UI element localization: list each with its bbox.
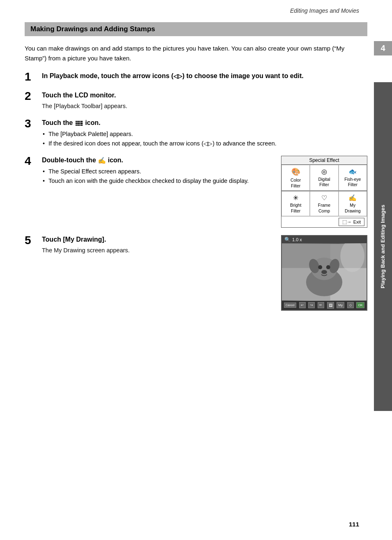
se-digital-filter-icon: ◎ bbox=[311, 168, 337, 175]
step-4-content: Double-touch the ✍ icon. The Special Eff… bbox=[42, 156, 367, 227]
arrow-icons-step1: ◁▷ bbox=[173, 73, 182, 79]
cam-stamp-btn[interactable]: 🖼 bbox=[327, 302, 334, 309]
camera-screen-panel: 🔍 1.0 x bbox=[281, 235, 367, 311]
step-2-body: The [Playback Toolbar] appears. bbox=[42, 102, 367, 111]
step-4-bullets: The Special Effect screen appears. Touch… bbox=[42, 167, 273, 186]
se-digital-filter-label: DigitalFilter bbox=[318, 177, 330, 187]
hand-draw-icon: ✍ bbox=[98, 157, 106, 164]
cam-my-btn[interactable]: My bbox=[337, 302, 344, 308]
se-bright-icon: ✳ bbox=[283, 194, 309, 202]
step-4-bullet-1: The Special Effect screen appears. bbox=[42, 167, 273, 176]
step-3-bullets: The [Playback Palette] appears. If the d… bbox=[42, 129, 367, 149]
step-1-content: In Playback mode, touch the arrow icons … bbox=[42, 72, 367, 82]
step-4-number: 4 bbox=[25, 155, 42, 168]
special-effect-title: Special Effect bbox=[281, 156, 367, 165]
se-color-filter-icon: 🎨 bbox=[283, 168, 309, 177]
sidebar-label: Playing Back and Editing Images bbox=[379, 205, 387, 288]
cam-diamond-btn[interactable]: ◇ bbox=[347, 302, 354, 308]
header-title: Editing Images and Movies bbox=[290, 7, 359, 14]
step-5-title: Touch [My Drawing]. bbox=[42, 235, 273, 244]
step-2-content: Touch the LCD monitor. The [Playback Too… bbox=[42, 91, 367, 111]
step-5: 5 Touch [My Drawing]. The My Drawing scr… bbox=[25, 235, 367, 311]
step-4-layout: Double-touch the ✍ icon. The Special Eff… bbox=[42, 156, 367, 227]
step-1: 1 In Playback mode, touch the arrow icon… bbox=[25, 72, 367, 83]
camera-image bbox=[282, 243, 367, 301]
cam-cancel-btn[interactable]: Cancel bbox=[284, 302, 296, 308]
chapter-number: 4 bbox=[374, 41, 392, 55]
cam-redo-btn[interactable]: ↪ bbox=[308, 302, 315, 308]
se-exit-button[interactable]: ⬚→ Exit bbox=[339, 218, 364, 226]
section-title-box: Making Drawings and Adding Stamps bbox=[25, 22, 367, 36]
camera-bottom-bar: Cancel ↩ ↪ ✏ 🖼 My ◇ OK bbox=[282, 301, 367, 310]
arrow-icons-step3: ◁▷ bbox=[203, 141, 212, 147]
step-4-text: Double-touch the ✍ icon. The Special Eff… bbox=[42, 156, 273, 186]
zoom-icon: 🔍 bbox=[284, 237, 291, 242]
step-3-content: Touch the icon. The bbox=[42, 118, 367, 148]
step-5-text: Touch [My Drawing]. The My Drawing scree… bbox=[42, 235, 273, 256]
special-effect-panel: Special Effect 🎨 ColorFilter ◎ DigitalFi… bbox=[281, 156, 367, 227]
step-2-number: 2 bbox=[25, 90, 42, 103]
se-grid-row2: ✳ BrightFilter ♡ FrameComp ✍ MyDrawing bbox=[281, 191, 367, 216]
chapter-sidebar: Playing Back and Editing Images bbox=[374, 82, 392, 411]
se-exit-row: ⬚→ Exit bbox=[281, 216, 367, 227]
page-header: Editing Images and Movies bbox=[0, 0, 392, 18]
step-1-title: In Playback mode, touch the arrow icons … bbox=[42, 72, 367, 81]
cam-undo-btn[interactable]: ↩ bbox=[299, 302, 306, 308]
camera-top-bar: 🔍 1.0 x bbox=[282, 236, 367, 243]
step-2-title: Touch the LCD monitor. bbox=[42, 91, 367, 100]
se-grid-row1: 🎨 ColorFilter ◎ DigitalFilter 🐟 Fish-eye… bbox=[281, 165, 367, 191]
se-exit-icon: ⬚→ bbox=[342, 219, 352, 225]
step-5-body: The My Drawing screen appears. bbox=[42, 246, 273, 255]
se-frame-icon: ♡ bbox=[311, 194, 337, 202]
step-4-title: Double-touch the ✍ icon. bbox=[42, 156, 273, 165]
step-1-number: 1 bbox=[25, 71, 42, 83]
se-color-filter-label: ColorFilter bbox=[291, 178, 301, 188]
step-3: 3 Touch the icon. bbox=[25, 118, 367, 148]
svg-point-7 bbox=[318, 265, 322, 269]
main-content: Making Drawings and Adding Stamps You ca… bbox=[0, 18, 392, 335]
svg-point-9 bbox=[321, 270, 327, 274]
se-fisheye-icon: 🐟 bbox=[340, 168, 366, 175]
cam-ok-btn[interactable]: OK bbox=[356, 302, 364, 308]
step-2: 2 Touch the LCD monitor. The [Playback T… bbox=[25, 91, 367, 111]
zoom-level: 1.0 x bbox=[292, 237, 302, 242]
step-5-content: Touch [My Drawing]. The My Drawing scree… bbox=[42, 235, 367, 311]
page-number: 111 bbox=[349, 521, 359, 528]
svg-point-8 bbox=[326, 265, 330, 269]
se-mydrawing-label: MyDrawing bbox=[345, 203, 361, 213]
step-3-bullet-1: The [Playback Palette] appears. bbox=[42, 129, 367, 139]
step-5-number: 5 bbox=[25, 234, 42, 247]
section-title: Making Drawings and Adding Stamps bbox=[30, 25, 155, 33]
se-frame-comp[interactable]: ♡ FrameComp bbox=[310, 191, 338, 216]
step-4-bullet-2: Touch an icon with the guide checkbox ch… bbox=[42, 176, 273, 186]
step-3-bullet-2: If the desired icon does not appear, tou… bbox=[42, 139, 367, 148]
step-3-title: Touch the icon. bbox=[42, 118, 367, 127]
se-color-filter[interactable]: 🎨 ColorFilter bbox=[281, 165, 310, 191]
intro-text: You can make drawings on and add stamps … bbox=[25, 44, 362, 63]
se-fisheye-filter[interactable]: 🐟 Fish-eyeFilter bbox=[339, 165, 367, 191]
se-my-drawing[interactable]: ✍ MyDrawing bbox=[339, 191, 367, 216]
se-fisheye-label: Fish-eyeFilter bbox=[344, 177, 361, 187]
se-frame-label: FrameComp bbox=[318, 203, 330, 213]
step-3-number: 3 bbox=[25, 118, 42, 130]
se-bright-label: BrightFilter bbox=[290, 203, 301, 213]
grid-icon-inline bbox=[76, 121, 83, 126]
se-exit-label: Exit bbox=[353, 219, 361, 224]
step-5-layout: Touch [My Drawing]. The My Drawing scree… bbox=[42, 235, 367, 311]
step-4: 4 Double-touch the ✍ icon. The Special E… bbox=[25, 156, 367, 227]
se-bright-filter[interactable]: ✳ BrightFilter bbox=[281, 191, 310, 216]
se-mydrawing-icon: ✍ bbox=[340, 194, 366, 202]
dog-silhouette bbox=[282, 243, 367, 301]
se-digital-filter[interactable]: ◎ DigitalFilter bbox=[310, 165, 338, 191]
cam-draw-btn[interactable]: ✏ bbox=[318, 302, 324, 308]
